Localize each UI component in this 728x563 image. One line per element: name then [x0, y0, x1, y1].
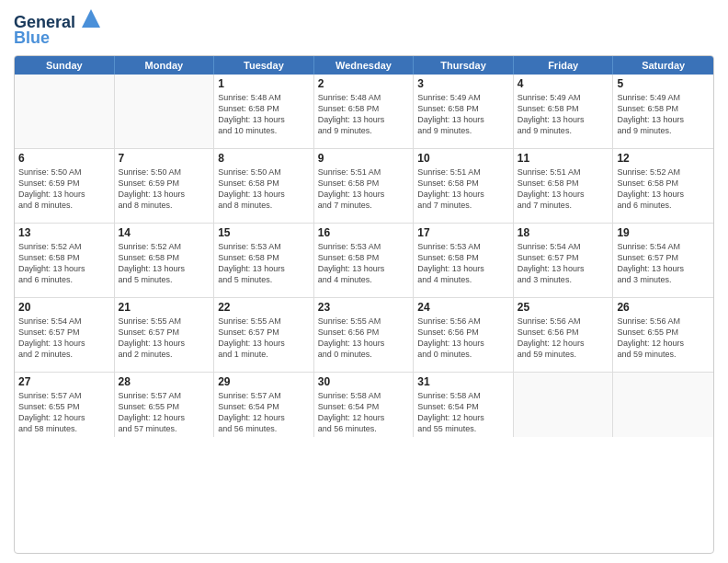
cal-cell: 27Sunrise: 5:57 AM Sunset: 6:55 PM Dayli…	[15, 373, 115, 438]
day-detail: Sunrise: 5:50 AM Sunset: 6:59 PM Dayligh…	[18, 167, 110, 212]
cal-cell: 10Sunrise: 5:51 AM Sunset: 6:58 PM Dayli…	[414, 149, 514, 223]
day-number: 11	[518, 152, 609, 165]
day-detail: Sunrise: 5:50 AM Sunset: 6:58 PM Dayligh…	[218, 167, 310, 212]
day-number: 26	[617, 301, 710, 314]
day-detail: Sunrise: 5:56 AM Sunset: 6:56 PM Dayligh…	[417, 316, 509, 361]
day-number: 31	[417, 375, 509, 388]
cal-cell: 2Sunrise: 5:48 AM Sunset: 6:58 PM Daylig…	[314, 75, 415, 148]
day-number: 16	[318, 226, 410, 239]
day-number: 24	[417, 301, 509, 314]
day-detail: Sunrise: 5:53 AM Sunset: 6:58 PM Dayligh…	[218, 241, 310, 286]
day-detail: Sunrise: 5:51 AM Sunset: 6:58 PM Dayligh…	[318, 167, 410, 212]
week-row-2: 6Sunrise: 5:50 AM Sunset: 6:59 PM Daylig…	[15, 149, 713, 224]
day-number: 6	[18, 152, 110, 165]
day-number: 23	[318, 301, 410, 314]
day-number: 25	[518, 301, 609, 314]
cal-cell: 20Sunrise: 5:54 AM Sunset: 6:57 PM Dayli…	[15, 298, 115, 372]
cal-cell: 13Sunrise: 5:52 AM Sunset: 6:58 PM Dayli…	[15, 224, 115, 297]
day-detail: Sunrise: 5:57 AM Sunset: 6:54 PM Dayligh…	[218, 390, 310, 435]
week-row-3: 13Sunrise: 5:52 AM Sunset: 6:58 PM Dayli…	[15, 224, 713, 298]
day-number: 3	[417, 77, 509, 90]
week-row-1: 1Sunrise: 5:48 AM Sunset: 6:58 PM Daylig…	[15, 75, 713, 149]
day-detail: Sunrise: 5:57 AM Sunset: 6:55 PM Dayligh…	[18, 390, 110, 435]
header-thursday: Thursday	[414, 56, 514, 75]
cal-cell: 19Sunrise: 5:54 AM Sunset: 6:57 PM Dayli…	[613, 224, 713, 297]
cal-cell: 1Sunrise: 5:48 AM Sunset: 6:58 PM Daylig…	[214, 75, 314, 148]
cal-cell: 26Sunrise: 5:56 AM Sunset: 6:55 PM Dayli…	[613, 298, 713, 372]
day-number: 8	[218, 152, 310, 165]
day-number: 7	[119, 152, 210, 165]
header-tuesday: Tuesday	[214, 56, 314, 75]
day-detail: Sunrise: 5:57 AM Sunset: 6:55 PM Dayligh…	[119, 390, 210, 435]
day-number: 29	[218, 375, 310, 388]
cal-cell: 14Sunrise: 5:52 AM Sunset: 6:58 PM Dayli…	[115, 224, 215, 297]
svg-marker-0	[82, 9, 100, 28]
day-detail: Sunrise: 5:49 AM Sunset: 6:58 PM Dayligh…	[518, 92, 609, 137]
logo: General Blue	[14, 9, 100, 48]
header: General Blue	[14, 9, 714, 48]
cal-cell: 11Sunrise: 5:51 AM Sunset: 6:58 PM Dayli…	[514, 149, 614, 223]
day-detail: Sunrise: 5:54 AM Sunset: 6:57 PM Dayligh…	[18, 316, 110, 361]
cal-cell: 9Sunrise: 5:51 AM Sunset: 6:58 PM Daylig…	[314, 149, 415, 223]
week-row-5: 27Sunrise: 5:57 AM Sunset: 6:55 PM Dayli…	[15, 373, 713, 438]
day-detail: Sunrise: 5:53 AM Sunset: 6:58 PM Dayligh…	[318, 241, 410, 286]
day-number: 30	[318, 375, 410, 388]
day-number: 4	[518, 77, 609, 90]
cal-cell: 8Sunrise: 5:50 AM Sunset: 6:58 PM Daylig…	[214, 149, 314, 223]
day-detail: Sunrise: 5:55 AM Sunset: 6:57 PM Dayligh…	[119, 316, 210, 361]
day-detail: Sunrise: 5:52 AM Sunset: 6:58 PM Dayligh…	[18, 241, 110, 286]
day-number: 17	[417, 226, 509, 239]
day-number: 10	[417, 152, 509, 165]
day-detail: Sunrise: 5:48 AM Sunset: 6:58 PM Dayligh…	[318, 92, 410, 137]
day-detail: Sunrise: 5:58 AM Sunset: 6:54 PM Dayligh…	[417, 390, 509, 435]
cal-cell: 6Sunrise: 5:50 AM Sunset: 6:59 PM Daylig…	[15, 149, 115, 223]
header-friday: Friday	[514, 56, 614, 75]
cal-cell: 15Sunrise: 5:53 AM Sunset: 6:58 PM Dayli…	[214, 224, 314, 297]
day-detail: Sunrise: 5:51 AM Sunset: 6:58 PM Dayligh…	[417, 167, 509, 212]
cal-cell: 30Sunrise: 5:58 AM Sunset: 6:54 PM Dayli…	[314, 373, 415, 438]
cal-cell	[115, 75, 215, 148]
day-detail: Sunrise: 5:55 AM Sunset: 6:57 PM Dayligh…	[218, 316, 310, 361]
calendar-header: SundayMondayTuesdayWednesdayThursdayFrid…	[15, 56, 713, 75]
header-sunday: Sunday	[15, 56, 115, 75]
calendar: SundayMondayTuesdayWednesdayThursdayFrid…	[14, 55, 714, 554]
cal-cell	[15, 75, 115, 148]
day-detail: Sunrise: 5:55 AM Sunset: 6:56 PM Dayligh…	[318, 316, 410, 361]
day-detail: Sunrise: 5:49 AM Sunset: 6:58 PM Dayligh…	[417, 92, 509, 137]
logo-icon	[82, 9, 100, 28]
day-number: 14	[119, 226, 210, 239]
day-number: 13	[18, 226, 110, 239]
cal-cell: 23Sunrise: 5:55 AM Sunset: 6:56 PM Dayli…	[314, 298, 415, 372]
cal-cell: 12Sunrise: 5:52 AM Sunset: 6:58 PM Dayli…	[613, 149, 713, 223]
day-detail: Sunrise: 5:51 AM Sunset: 6:58 PM Dayligh…	[518, 167, 609, 212]
day-number: 1	[218, 77, 310, 90]
cal-cell: 16Sunrise: 5:53 AM Sunset: 6:58 PM Dayli…	[314, 224, 415, 297]
cal-cell: 29Sunrise: 5:57 AM Sunset: 6:54 PM Dayli…	[214, 373, 314, 438]
cal-cell: 5Sunrise: 5:49 AM Sunset: 6:58 PM Daylig…	[613, 75, 713, 148]
day-detail: Sunrise: 5:56 AM Sunset: 6:55 PM Dayligh…	[617, 316, 710, 361]
day-detail: Sunrise: 5:53 AM Sunset: 6:58 PM Dayligh…	[417, 241, 509, 286]
day-number: 28	[119, 375, 210, 388]
day-detail: Sunrise: 5:48 AM Sunset: 6:58 PM Dayligh…	[218, 92, 310, 137]
page: General Blue SundayMondayTuesdayWednesda…	[0, 0, 728, 563]
day-number: 12	[617, 152, 710, 165]
day-number: 9	[318, 152, 410, 165]
cal-cell: 3Sunrise: 5:49 AM Sunset: 6:58 PM Daylig…	[414, 75, 514, 148]
header-saturday: Saturday	[613, 56, 713, 75]
day-number: 2	[318, 77, 410, 90]
cal-cell: 4Sunrise: 5:49 AM Sunset: 6:58 PM Daylig…	[514, 75, 614, 148]
day-detail: Sunrise: 5:52 AM Sunset: 6:58 PM Dayligh…	[617, 167, 710, 212]
header-wednesday: Wednesday	[314, 56, 415, 75]
cal-cell: 18Sunrise: 5:54 AM Sunset: 6:57 PM Dayli…	[514, 224, 614, 297]
day-number: 22	[218, 301, 310, 314]
cal-cell: 24Sunrise: 5:56 AM Sunset: 6:56 PM Dayli…	[414, 298, 514, 372]
day-detail: Sunrise: 5:58 AM Sunset: 6:54 PM Dayligh…	[318, 390, 410, 435]
day-number: 21	[119, 301, 210, 314]
header-monday: Monday	[115, 56, 215, 75]
day-number: 5	[617, 77, 710, 90]
cal-cell: 21Sunrise: 5:55 AM Sunset: 6:57 PM Dayli…	[115, 298, 215, 372]
week-row-4: 20Sunrise: 5:54 AM Sunset: 6:57 PM Dayli…	[15, 298, 713, 373]
cal-cell: 25Sunrise: 5:56 AM Sunset: 6:56 PM Dayli…	[514, 298, 614, 372]
cal-cell: 31Sunrise: 5:58 AM Sunset: 6:54 PM Dayli…	[414, 373, 514, 438]
day-number: 18	[518, 226, 609, 239]
